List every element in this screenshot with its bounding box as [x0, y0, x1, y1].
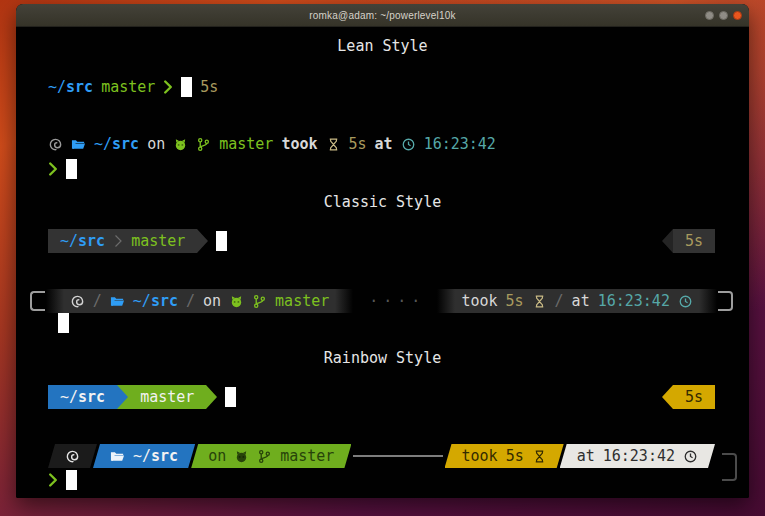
- classic-style-heading: Classic Style: [16, 193, 749, 211]
- clock-icon: [401, 137, 416, 152]
- desktop-background: romka@adam: ~/powerlevel10k Lean Style ~…: [0, 0, 765, 516]
- took-label: took: [462, 447, 498, 465]
- command-duration: 5s: [506, 447, 524, 465]
- hourglass-icon: [532, 294, 547, 309]
- command-duration: 5s: [685, 388, 703, 406]
- segment-separator: /: [555, 292, 564, 310]
- clock-icon: [678, 294, 693, 309]
- prompt-chevron-icon: [48, 472, 58, 488]
- took-label: took: [281, 135, 317, 153]
- segment-separator: /: [186, 292, 195, 310]
- segment-separator: /: [93, 292, 102, 310]
- maximize-button-icon[interactable]: [719, 11, 728, 20]
- at-label: at: [577, 447, 595, 465]
- powerline-arrow-icon: [117, 385, 128, 409]
- rainbow-prompt-two-line-row: ~/src on master took 5s at 16:23:42: [48, 444, 715, 468]
- current-directory: ~/src: [133, 447, 178, 465]
- window-titlebar[interactable]: romka@adam: ~/powerlevel10k: [16, 4, 749, 27]
- git-branch-icon: [257, 449, 272, 464]
- classic-prompt-two-line-row: / ~/src / on master ···· took 5s / at: [30, 289, 733, 313]
- current-directory: ~/src: [94, 135, 139, 153]
- octocat-icon: [229, 294, 244, 309]
- folder-icon: [71, 137, 86, 152]
- terminal-window: romka@adam: ~/powerlevel10k Lean Style ~…: [16, 4, 749, 498]
- lean-style-heading: Lean Style: [16, 37, 749, 55]
- classic-prompt-row: ~/src master 5s: [48, 229, 715, 253]
- terminal-cursor: [66, 470, 77, 490]
- hourglass-icon: [326, 137, 341, 152]
- git-branch: master: [101, 78, 155, 96]
- rainbow-dir-segment: ~/src: [48, 385, 117, 409]
- git-branch: master: [280, 447, 334, 465]
- at-label: at: [375, 135, 393, 153]
- git-branch: master: [131, 232, 185, 250]
- command-duration: 5s: [685, 232, 703, 250]
- current-time: 16:23:42: [603, 447, 675, 465]
- current-directory: ~/src: [133, 292, 178, 310]
- folder-icon: [110, 294, 125, 309]
- command-duration: 5s: [506, 292, 524, 310]
- lean-prompt-two-line-row: ~/src on master took 5s at 16:23:42: [48, 132, 715, 156]
- os-debian-swirl-icon: [65, 449, 80, 464]
- terminal-cursor: [216, 231, 227, 251]
- current-directory: ~/src: [48, 78, 93, 96]
- on-label: on: [147, 135, 165, 153]
- current-time: 16:23:42: [598, 292, 670, 310]
- prompt-chevron-icon: [48, 161, 58, 177]
- git-branch: master: [275, 292, 329, 310]
- classic-left-segment: / ~/src / on master: [46, 289, 353, 313]
- git-branch: master: [140, 388, 194, 406]
- current-directory: ~/src: [60, 388, 105, 406]
- terminal-cursor: [58, 313, 69, 333]
- frame-bracket-right: [722, 453, 737, 481]
- command-duration: 5s: [200, 78, 218, 96]
- folder-icon: [110, 449, 125, 464]
- rainbow-branch-segment: on master: [191, 444, 351, 468]
- close-button-icon[interactable]: [733, 11, 742, 20]
- current-directory: ~/src: [60, 232, 105, 250]
- octocat-icon: [234, 449, 249, 464]
- lean-prompt-input-line: [48, 157, 715, 181]
- rainbow-branch-segment: master: [128, 385, 206, 409]
- on-label: on: [203, 292, 221, 310]
- window-controls: [705, 4, 742, 26]
- command-duration: 5s: [349, 135, 367, 153]
- rainbow-dir-segment: ~/src: [93, 444, 195, 468]
- rainbow-os-segment: [48, 444, 97, 468]
- prompt-gap-line: [353, 455, 442, 457]
- gap-dots: ····: [369, 292, 425, 310]
- at-label: at: [572, 292, 590, 310]
- terminal-cursor: [66, 159, 77, 179]
- terminal-screen[interactable]: Lean Style ~/src master 5s ~/src on mast…: [16, 27, 749, 498]
- os-debian-swirl-icon: [70, 294, 85, 309]
- powerline-arrow-icon: [206, 385, 217, 409]
- classic-right-segment: 5s: [673, 229, 715, 253]
- os-debian-swirl-icon: [48, 137, 63, 152]
- rainbow-duration-segment: 5s: [673, 385, 715, 409]
- rainbow-prompt-row: ~/src master 5s: [48, 385, 715, 409]
- terminal-cursor: [225, 387, 236, 407]
- terminal-cursor: [181, 77, 192, 97]
- prompt-chevron-icon: [163, 79, 173, 95]
- git-branch: master: [219, 135, 273, 153]
- git-branch-icon: [252, 294, 267, 309]
- segment-separator-chevron-icon: [113, 233, 123, 249]
- took-label: took: [461, 292, 497, 310]
- current-time: 16:23:42: [424, 135, 496, 153]
- frame-bracket-left: [30, 291, 45, 311]
- rainbow-prompt-input-line: [48, 468, 715, 492]
- on-label: on: [208, 447, 226, 465]
- classic-right-segment: took 5s / at 16:23:42: [437, 289, 717, 313]
- rainbow-style-heading: Rainbow Style: [16, 349, 749, 367]
- rainbow-duration-segment: took 5s: [445, 444, 564, 468]
- git-branch-icon: [196, 137, 211, 152]
- classic-prompt-input-line: [58, 311, 715, 335]
- powerline-arrow-icon: [662, 229, 673, 253]
- powerline-arrow-icon: [197, 229, 208, 253]
- lean-prompt-row: ~/src master 5s: [48, 75, 715, 99]
- frame-bracket-right: [718, 291, 733, 311]
- hourglass-icon: [532, 449, 547, 464]
- octocat-icon: [173, 137, 188, 152]
- powerline-arrow-icon: [662, 385, 673, 409]
- minimize-button-icon[interactable]: [705, 11, 714, 20]
